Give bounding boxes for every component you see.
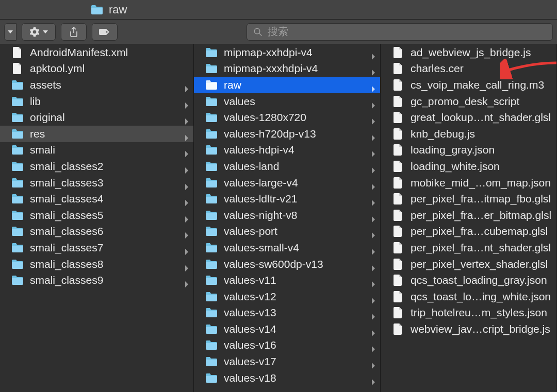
- tag-button[interactable]: [92, 23, 118, 41]
- folder-row[interactable]: values-v17: [194, 353, 380, 370]
- item-label: trip_hotelreu…m_styles.json: [411, 306, 547, 319]
- chevron-right-icon: [371, 245, 376, 250]
- file-icon: [392, 111, 404, 124]
- folder-row[interactable]: smali_classes9: [0, 272, 193, 288]
- file-row[interactable]: mobike_mid_…om_map.json: [381, 175, 556, 191]
- folder-row[interactable]: smali_classes4: [0, 191, 193, 207]
- file-row[interactable]: AndroidManifest.xml: [0, 44, 193, 61]
- folder-row[interactable]: res: [0, 126, 193, 142]
- folder-row[interactable]: values-v12: [194, 288, 380, 305]
- folder-icon: [11, 128, 24, 140]
- folder-row[interactable]: values-sw600dp-v13: [194, 256, 380, 272]
- file-row[interactable]: qcs_toast_loading_gray.json: [381, 272, 556, 288]
- item-label: mipmap-xxxhdpi-v4: [224, 62, 318, 75]
- folder-row[interactable]: values-large-v4: [194, 175, 380, 191]
- item-label: values-small-v4: [224, 242, 299, 254]
- chevron-right-icon: [184, 180, 189, 185]
- folder-row[interactable]: lib: [0, 93, 193, 110]
- folder-row[interactable]: raw: [194, 77, 380, 93]
- folder-row[interactable]: values-port: [194, 224, 380, 240]
- item-label: values-1280x720: [224, 111, 306, 124]
- item-label: values-night-v8: [224, 209, 297, 221]
- folder-icon: [205, 323, 218, 335]
- chevron-right-icon: [184, 99, 189, 104]
- svg-point-1: [254, 28, 260, 34]
- folder-row[interactable]: values-v11: [194, 272, 380, 288]
- file-icon: [392, 291, 404, 303]
- share-button[interactable]: [61, 23, 87, 41]
- folder-row[interactable]: values-small-v4: [194, 240, 380, 256]
- folder-row[interactable]: smali_classes6: [0, 224, 193, 240]
- folder-row[interactable]: assets: [0, 77, 193, 93]
- folder-row[interactable]: mipmap-xxxhdpi-v4: [194, 61, 380, 77]
- chevron-right-icon: [371, 327, 376, 332]
- item-label: mipmap-xxhdpi-v4: [224, 46, 313, 59]
- column-3[interactable]: ad_webview_js_bridge.js charles.cer cs_v…: [381, 44, 557, 392]
- folder-row[interactable]: values-land: [194, 158, 380, 175]
- file-row[interactable]: loading_white.json: [381, 158, 556, 175]
- file-icon: [392, 144, 404, 156]
- file-row[interactable]: per_pixel_fra…itmap_fbo.glsl: [381, 191, 556, 207]
- folder-row[interactable]: values-h720dp-v13: [194, 126, 380, 142]
- folder-icon: [205, 95, 218, 108]
- folder-icon: [205, 339, 218, 351]
- folder-row[interactable]: original: [0, 109, 193, 126]
- item-label: values-large-v4: [224, 177, 298, 189]
- file-icon: [392, 306, 404, 319]
- file-row[interactable]: charles.cer: [381, 61, 556, 77]
- folder-icon: [205, 79, 218, 91]
- chevron-right-icon: [184, 229, 189, 234]
- chevron-right-icon: [371, 99, 376, 104]
- chevron-right-icon: [371, 115, 376, 120]
- folder-row[interactable]: smali_classes2: [0, 158, 193, 175]
- file-row[interactable]: cs_voip_make_call_ring.m3: [381, 77, 556, 93]
- folder-row[interactable]: smali_classes3: [0, 175, 193, 191]
- chevron-right-icon: [371, 164, 376, 169]
- item-label: qcs_toast_loading_gray.json: [411, 274, 547, 286]
- file-row[interactable]: webview_jav…cript_bridge.js: [381, 321, 556, 337]
- item-label: loading_gray.json: [411, 144, 495, 156]
- folder-row[interactable]: smali_classes5: [0, 207, 193, 224]
- folder-row[interactable]: values-ldltr-v21: [194, 191, 380, 207]
- file-row[interactable]: great_lookup…nt_shader.glsl: [381, 109, 556, 126]
- folder-row[interactable]: values-1280x720: [194, 109, 380, 126]
- chevron-right-icon: [371, 262, 376, 267]
- action-menu-button[interactable]: [22, 23, 56, 41]
- file-row[interactable]: per_pixel_vertex_shader.glsl: [381, 256, 556, 272]
- item-label: AndroidManifest.xml: [30, 46, 128, 59]
- file-row[interactable]: per_pixel_fra…nt_shader.glsl: [381, 240, 556, 256]
- search-field[interactable]: [247, 23, 553, 41]
- file-row[interactable]: qcs_toast_lo…ing_white.json: [381, 288, 556, 305]
- search-input[interactable]: [268, 26, 546, 38]
- file-row[interactable]: ad_webview_js_bridge.js: [381, 44, 556, 61]
- file-row[interactable]: trip_hotelreu…m_styles.json: [381, 305, 556, 321]
- column-1[interactable]: AndroidManifest.xml apktool.yml assets l…: [0, 44, 194, 392]
- column-2[interactable]: mipmap-xxhdpi-v4 mipmap-xxxhdpi-v4 raw v…: [194, 44, 381, 392]
- folder-row[interactable]: mipmap-xxhdpi-v4: [194, 44, 380, 61]
- folder-row[interactable]: values-v13: [194, 305, 380, 321]
- folder-row[interactable]: values-v18: [194, 370, 380, 386]
- folder-row[interactable]: values-v16: [194, 337, 380, 354]
- file-row[interactable]: gc_promo_desk_script: [381, 93, 556, 110]
- file-row[interactable]: per_pixel_fra…cubemap.glsl: [381, 224, 556, 240]
- nav-dropdown-button[interactable]: [4, 23, 17, 41]
- file-icon: [392, 274, 404, 286]
- file-row[interactable]: apktool.yml: [0, 61, 193, 77]
- chevron-right-icon: [371, 66, 376, 71]
- item-label: smali_classes4: [30, 193, 103, 205]
- folder-row[interactable]: values-night-v8: [194, 207, 380, 224]
- folder-row[interactable]: smali_classes8: [0, 256, 193, 272]
- folder-row[interactable]: smali: [0, 142, 193, 159]
- search-icon: [253, 27, 263, 37]
- file-row[interactable]: per_pixel_fra…er_bitmap.glsl: [381, 207, 556, 224]
- chevron-right-icon: [371, 294, 376, 299]
- file-row[interactable]: knb_debug.js: [381, 126, 556, 142]
- file-icon: [392, 95, 404, 108]
- folder-row[interactable]: smali_classes7: [0, 240, 193, 256]
- item-label: charles.cer: [411, 62, 464, 75]
- folder-icon: [205, 62, 218, 75]
- folder-row[interactable]: values-hdpi-v4: [194, 142, 380, 159]
- folder-row[interactable]: values-v14: [194, 321, 380, 337]
- file-row[interactable]: loading_gray.json: [381, 142, 556, 159]
- folder-row[interactable]: values: [194, 93, 380, 110]
